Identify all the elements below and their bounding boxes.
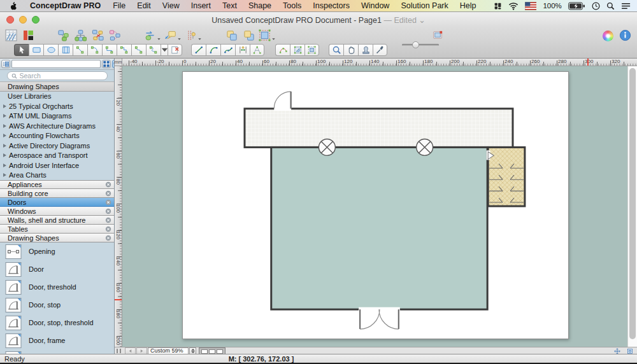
ellipse-tool-button[interactable]: [43, 44, 58, 56]
bring-front-button[interactable]: [224, 28, 238, 41]
relayout-button[interactable]: [90, 28, 104, 41]
vertical-scrollbar-thumb[interactable]: [629, 68, 636, 339]
swap-shapes-button[interactable]: [144, 28, 161, 41]
drawing-viewport[interactable]: [122, 66, 627, 347]
shape-door-threshold[interactable]: Door, threshold: [0, 278, 115, 296]
close-library-icon[interactable]: [105, 226, 111, 232]
pan-tool-tool-button[interactable]: [343, 44, 358, 56]
connector-tree-tool-button[interactable]: [102, 44, 117, 56]
library-tab-drawing-shapes[interactable]: Drawing Shapes: [0, 234, 115, 242]
door-top[interactable]: [274, 92, 291, 111]
clock-icon[interactable]: [592, 2, 600, 10]
spline-tool-button[interactable]: [220, 44, 235, 56]
room-storage[interactable]: [488, 147, 525, 206]
page-tab-2[interactable]: [209, 349, 215, 354]
fit-group-tool-button[interactable]: [304, 44, 319, 56]
dropdown-caret-icon[interactable]: [197, 37, 202, 41]
connector-curve-tool-button[interactable]: [131, 44, 146, 56]
insert-guide-button[interactable]: [185, 28, 202, 41]
zoom-slider[interactable]: [402, 44, 439, 46]
dropdown-caret-icon[interactable]: [157, 37, 161, 41]
line-tool-button[interactable]: [191, 44, 206, 56]
connector-chain-tool-button[interactable]: [146, 44, 161, 56]
library-section-area-charts[interactable]: Area Charts: [0, 171, 115, 181]
splitter-handle[interactable]: [117, 349, 121, 353]
grid-view-button[interactable]: [102, 60, 111, 68]
shape-door[interactable]: Door: [0, 260, 115, 278]
library-section-accounting-flowcharts[interactable]: Accounting Flowcharts: [0, 131, 115, 141]
crop-view-tool-button[interactable]: [290, 44, 304, 56]
tree-view-button[interactable]: [1, 60, 10, 68]
disclosure-triangle-icon[interactable]: [3, 173, 6, 177]
input-flag-us-icon[interactable]: [525, 2, 537, 10]
disclosure-triangle-icon[interactable]: [3, 104, 6, 108]
menu-solution-park[interactable]: Solution Park: [395, 1, 454, 10]
library-section-aerospace-and-transport[interactable]: Aerospace and Transport: [0, 151, 115, 161]
close-library-icon[interactable]: [105, 181, 111, 188]
menu-window[interactable]: Window: [355, 1, 395, 10]
connector-smart-tool-button[interactable]: [117, 44, 131, 56]
spotlight-search-icon[interactable]: [606, 2, 615, 10]
disclosure-triangle-icon[interactable]: [3, 114, 6, 118]
wall-fixture-right[interactable]: [417, 139, 433, 155]
page-tab-3[interactable]: [217, 349, 223, 354]
shape-door-frame[interactable]: Door, frame: [0, 332, 115, 349]
titlebar[interactable]: Unsaved ConceptDraw PRO Document - Page1…: [0, 12, 637, 27]
tree-layout-button[interactable]: [73, 28, 87, 41]
disclosure-triangle-icon[interactable]: [3, 124, 6, 128]
rectangle-tool-button[interactable]: [29, 44, 43, 56]
close-library-icon[interactable]: [105, 217, 111, 223]
arc-tool-button[interactable]: [206, 44, 220, 56]
disclosure-triangle-icon[interactable]: [3, 164, 6, 167]
close-library-icon[interactable]: [105, 190, 111, 197]
page-tab-1[interactable]: [201, 349, 208, 354]
library-section-user-libraries[interactable]: User Libraries: [0, 92, 115, 102]
library-section-25-typical-orgcharts[interactable]: 25 Typical Orgcharts: [0, 101, 115, 111]
library-tab-windows[interactable]: Windows: [0, 207, 115, 216]
shape-opening[interactable]: Opening: [0, 242, 115, 260]
library-tab-doors[interactable]: Doors: [0, 198, 115, 207]
orgchart-button[interactable]: [56, 28, 70, 41]
inspector-info-button[interactable]: [618, 28, 632, 41]
room-corridor[interactable]: [245, 109, 513, 148]
transform-path-tool-button[interactable]: [275, 44, 290, 56]
menu-help[interactable]: Help: [454, 1, 482, 10]
color-style-button[interactable]: [21, 28, 35, 41]
menu-edit[interactable]: Edit: [131, 1, 157, 10]
library-section-drawing-shapes[interactable]: Drawing Shapes: [0, 81, 115, 92]
group-shapes-button[interactable]: [259, 28, 276, 41]
send-back-button[interactable]: [241, 28, 255, 41]
menu-inspectors[interactable]: Inspectors: [307, 1, 355, 10]
library-section-active-directory-diagrams[interactable]: Active Directory Diagrams: [0, 141, 115, 151]
close-library-icon[interactable]: [105, 235, 111, 241]
zoom-slider-knob[interactable]: [412, 41, 419, 48]
search-input[interactable]: [20, 72, 106, 80]
notification-list-icon[interactable]: [621, 2, 631, 10]
library-tab-appliances[interactable]: Appliances: [0, 180, 115, 189]
dropdown-caret-icon[interactable]: [271, 37, 276, 41]
library-tab-building-core[interactable]: Building core: [0, 189, 115, 198]
library-filter-field[interactable]: [11, 60, 101, 68]
menu-shape[interactable]: Shape: [243, 1, 277, 10]
workspace-grid-icon[interactable]: [494, 2, 502, 10]
shape-row-partial[interactable]: [0, 349, 115, 354]
disclosure-triangle-icon[interactable]: [3, 144, 6, 148]
connector-arc-tool-button[interactable]: [87, 44, 102, 56]
menu-text[interactable]: Text: [217, 1, 243, 10]
spacing-tool-button[interactable]: [235, 44, 250, 56]
library-section-atm-uml-diagrams[interactable]: ATM UML Diagrams: [0, 111, 115, 122]
reshape-tool-button[interactable]: [250, 44, 264, 56]
vertical-scrollbar[interactable]: [627, 66, 637, 347]
wifi-icon[interactable]: [508, 2, 519, 10]
battery-charging-icon[interactable]: [568, 2, 585, 10]
ruler-unit-box[interactable]: mm: [115, 59, 122, 66]
text-frame-tool-button[interactable]: [58, 44, 73, 56]
dropdown-caret-icon[interactable]: [177, 37, 182, 41]
menu-file[interactable]: File: [107, 1, 131, 10]
library-tab-tables[interactable]: Tables: [0, 225, 115, 234]
eyedropper-tool-tool-button[interactable]: [373, 44, 387, 56]
select-tool-button[interactable]: [14, 44, 29, 56]
menu-tools[interactable]: Tools: [277, 1, 307, 10]
page-paper[interactable]: [182, 71, 569, 339]
connector-direct-tool-button[interactable]: [73, 44, 87, 56]
